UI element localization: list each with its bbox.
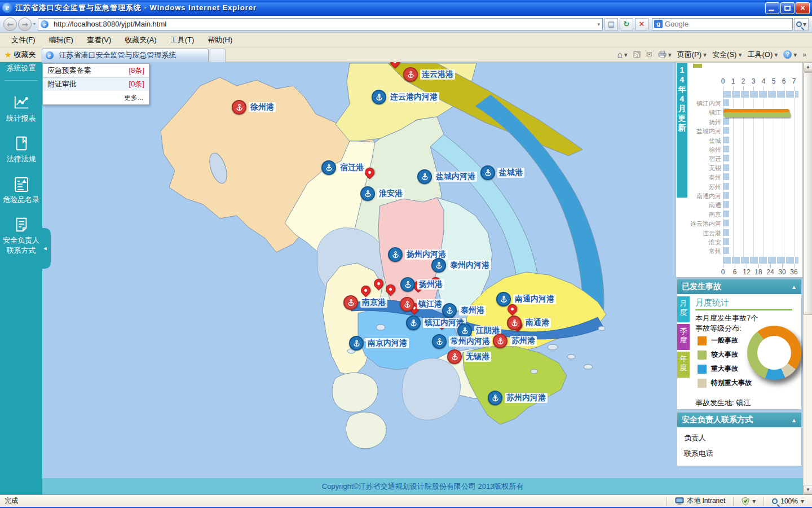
- contact-panel-header[interactable]: 安全负责人联系方式 ▲: [677, 413, 801, 427]
- menu-item-0[interactable]: 文件(F): [5, 33, 42, 47]
- scrollbar-thumb[interactable]: [804, 72, 812, 315]
- port-label: 盐城港: [497, 168, 524, 178]
- port-marker-连云港港[interactable]: 连云港港: [403, 67, 455, 82]
- sidebar-item-4[interactable]: 安全负责人联系方式: [0, 211, 42, 261]
- sidebar-item-2[interactable]: 法律法规: [0, 129, 42, 170]
- quick-menu-item-1[interactable]: 附证审批[0条]: [43, 77, 149, 91]
- collapse-up-icon[interactable]: ▲: [791, 417, 797, 423]
- minimize-button[interactable]: [765, 2, 779, 14]
- search-input[interactable]: [665, 20, 791, 28]
- port-label: 无锡港: [464, 352, 491, 362]
- zoom-control[interactable]: 100% ▾: [769, 497, 812, 505]
- monthly-stats-title: 月度统计: [695, 297, 729, 308]
- search-box[interactable]: g: [652, 18, 793, 30]
- accident-tab-月度[interactable]: 月度: [677, 296, 690, 322]
- quick-menu-more-link[interactable]: 更多...: [43, 91, 149, 104]
- top-axis-tick: 4: [762, 77, 766, 85]
- refresh-button[interactable]: ↻: [620, 18, 633, 30]
- menu-item-3[interactable]: 收藏夹(A): [118, 33, 163, 47]
- port-marker-常州内河港[interactable]: 常州内河港: [432, 334, 492, 349]
- bar-镇江-累计事故数: [723, 112, 791, 117]
- anchor-icon: [406, 316, 421, 330]
- port-marker-泰州内河港[interactable]: 泰州内河港: [431, 258, 491, 273]
- menu-item-4[interactable]: 工具(T): [164, 33, 201, 47]
- new-tab-stub[interactable]: [210, 49, 226, 62]
- tools-menu-button[interactable]: 工具(O)▾: [747, 50, 778, 60]
- port-label: 连云港内河港: [389, 92, 439, 102]
- port-label: 苏州内河港: [505, 393, 548, 403]
- port-marker-无锡港[interactable]: 无锡港: [447, 349, 491, 364]
- menu-item-5[interactable]: 帮助(H): [201, 33, 239, 47]
- print-button[interactable]: ▾: [658, 51, 672, 59]
- port-marker-宿迁港[interactable]: 宿迁港: [321, 160, 365, 175]
- sidebar-item-3[interactable]: 危险品名录: [0, 170, 42, 211]
- home-icon: ⌂: [617, 50, 623, 59]
- legend-label: 特别重大事故: [711, 378, 752, 388]
- back-button[interactable]: ←: [3, 17, 17, 31]
- safety-menu-button[interactable]: 安全(S)▾: [712, 50, 742, 60]
- toolbar-overflow-chevron[interactable]: »: [802, 51, 806, 59]
- accident-tab-季度[interactable]: 季度: [677, 324, 690, 350]
- anchor-icon: [343, 295, 358, 310]
- protected-mode-button[interactable]: ▾: [738, 497, 759, 506]
- quick-menu-item-0[interactable]: 应急预案备案[8条]: [43, 64, 149, 77]
- tab-active[interactable]: e 江苏省港口安全监管与应急管理系统: [42, 49, 209, 62]
- port-marker-南京港[interactable]: 南京港: [343, 295, 387, 310]
- port-marker-南通港[interactable]: 南通港: [507, 316, 551, 330]
- stop-button[interactable]: ✕: [635, 18, 648, 30]
- menu-item-2[interactable]: 查看(V): [80, 33, 118, 47]
- vertical-scrollbar[interactable]: ▲ ▼: [803, 62, 812, 494]
- collapse-up-icon[interactable]: ▲: [791, 284, 797, 290]
- compatibility-view-button[interactable]: ▤: [604, 18, 618, 30]
- port-marker-南通内河港[interactable]: 南通内河港: [496, 292, 556, 306]
- close-button[interactable]: ×: [796, 2, 810, 14]
- port-marker-苏州港[interactable]: 苏州港: [493, 334, 537, 348]
- tick-mark: [733, 86, 734, 91]
- search-button[interactable]: ▾: [794, 18, 809, 30]
- anchor-icon: [493, 334, 508, 348]
- sidebar-item-0[interactable]: 系统设置: [0, 62, 42, 78]
- row-block: [723, 229, 729, 236]
- feeds-button[interactable]: [633, 51, 641, 58]
- scroll-down-button[interactable]: ▼: [804, 485, 812, 494]
- forward-button[interactable]: →: [18, 17, 32, 31]
- port-marker-苏州内河港[interactable]: 苏州内河港: [488, 391, 548, 405]
- legend-item-3: 特别重大事故: [698, 378, 752, 388]
- sidebar-item-1[interactable]: 统计报表: [0, 89, 42, 129]
- menu-item-1[interactable]: 编辑(E): [42, 33, 80, 47]
- page-menu-button[interactable]: 页面(P)▾: [677, 50, 707, 60]
- address-input[interactable]: e http://localhost:8080/yjpt/Main.html ▾: [38, 18, 603, 30]
- url-dropdown-icon[interactable]: ▾: [597, 21, 600, 27]
- port-label: 常州内河港: [449, 336, 492, 347]
- legend-swatch: [698, 365, 707, 374]
- help-button[interactable]: ?▾: [783, 50, 797, 59]
- port-marker-盐城港[interactable]: 盐城港: [480, 165, 524, 180]
- accident-tab-年度[interactable]: 年度: [677, 352, 690, 378]
- search-icon: [796, 21, 802, 27]
- accident-panel-header[interactable]: 已发生事故 ▲: [677, 279, 801, 294]
- address-toolbar: ← → ▾ e http://localhost:8080/yjpt/Main.…: [0, 16, 812, 33]
- update-badge-char: 年: [677, 85, 687, 94]
- port-marker-徐州港[interactable]: 徐州港: [232, 100, 276, 115]
- read-mail-button[interactable]: ✉: [646, 50, 652, 59]
- port-marker-扬州港[interactable]: 扬州港: [400, 277, 444, 292]
- row-block: [723, 192, 729, 199]
- tick-mark: [764, 86, 764, 91]
- port-marker-镇江港[interactable]: 镇江港: [400, 297, 444, 312]
- home-button[interactable]: ⌂▾: [617, 50, 628, 59]
- port-marker-连云港内河港[interactable]: 连云港内河港: [372, 90, 439, 104]
- port-marker-盐城内河港[interactable]: 盐城内河港: [417, 169, 477, 184]
- port-marker-淮安港[interactable]: 淮安港: [360, 186, 404, 201]
- port-marker-南京内河港[interactable]: 南京内河港: [349, 336, 409, 351]
- port-label: 泰州内河港: [448, 260, 491, 270]
- top-axis-tick: 1: [731, 77, 735, 85]
- copyright-text: Copyright©江苏省交通规划设计院股份有限公司 2013版权所有: [322, 481, 524, 492]
- favorites-button[interactable]: ★ 收藏夹: [0, 50, 42, 60]
- accident-count-line: 本月度发生事故7个: [695, 313, 758, 323]
- scroll-up-button[interactable]: ▲: [804, 62, 812, 72]
- history-dropdown-icon[interactable]: ▾: [33, 21, 36, 27]
- bottom-axis-tick: 24: [766, 268, 774, 276]
- top-axis-tick: 5: [772, 77, 776, 85]
- tick-mark: [735, 264, 735, 268]
- restore-button[interactable]: [780, 2, 795, 14]
